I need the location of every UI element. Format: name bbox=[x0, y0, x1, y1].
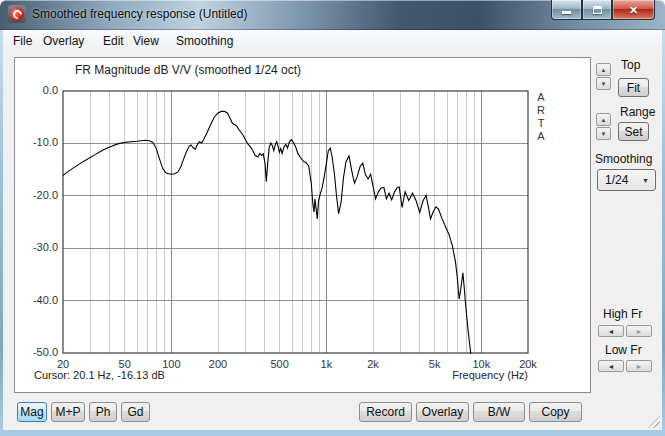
y-axis-tick-label: -40.0 bbox=[15, 294, 58, 306]
record-button[interactable]: Record bbox=[359, 402, 412, 422]
chevron-down-icon: ▼ bbox=[642, 177, 655, 184]
smoothing-value: 1/24 bbox=[598, 173, 642, 187]
arrow-up-icon: ▲ bbox=[601, 117, 607, 123]
low-fr-label: Low Fr bbox=[605, 343, 642, 357]
close-button[interactable]: ✕ bbox=[612, 0, 655, 20]
arrow-right-icon: ► bbox=[636, 328, 643, 335]
maximize-button[interactable] bbox=[582, 0, 612, 20]
low-fr-decrease-button[interactable]: ◄ bbox=[598, 360, 624, 372]
y-axis-tick-label: -50.0 bbox=[15, 346, 58, 358]
maximize-icon bbox=[593, 6, 602, 14]
minimize-button[interactable] bbox=[551, 0, 582, 20]
range-spinner: ▲ ▼ bbox=[596, 113, 611, 141]
mag-view-button[interactable]: Mag bbox=[17, 402, 47, 422]
top-spin-up-button[interactable]: ▲ bbox=[596, 63, 611, 76]
window-title: Smoothed frequency response (Untitled) bbox=[32, 0, 247, 30]
arta-watermark-letter: T bbox=[533, 117, 549, 130]
y-axis-tick-label: -10.0 bbox=[15, 136, 58, 148]
y-axis-tick-label: -20.0 bbox=[15, 189, 58, 201]
x-axis-tick-label: 500 bbox=[258, 358, 302, 370]
menu-smoothing[interactable]: Smoothing bbox=[173, 30, 236, 52]
fit-button[interactable]: Fit bbox=[618, 78, 649, 97]
menu-overlay[interactable]: Overlay bbox=[40, 30, 87, 52]
y-axis-tick-label: 0.0 bbox=[15, 84, 58, 96]
x-axis-title: Frequency (Hz) bbox=[388, 369, 528, 381]
arrow-left-icon: ◄ bbox=[608, 328, 615, 335]
menubar: File Overlay Edit View Smoothing bbox=[3, 30, 662, 52]
high-fr-decrease-button[interactable]: ◄ bbox=[598, 325, 624, 337]
top-spin-down-button[interactable]: ▼ bbox=[596, 77, 611, 90]
top-spinner: ▲ ▼ bbox=[596, 63, 611, 91]
arrow-left-icon: ◄ bbox=[608, 363, 615, 370]
arta-watermark-letter: A bbox=[533, 130, 549, 143]
chart-panel: FR Magnitude dB V/V (smoothed 1/24 oct) … bbox=[14, 57, 591, 393]
arta-watermark-letter: A bbox=[533, 91, 549, 104]
top-label: Top bbox=[621, 58, 640, 72]
resize-grip[interactable] bbox=[647, 415, 660, 428]
m-plus-p-view-button[interactable]: M+P bbox=[51, 402, 85, 422]
bw-button[interactable]: B/W bbox=[473, 402, 525, 422]
client-area: File Overlay Edit View Smoothing FR Magn… bbox=[3, 30, 662, 430]
low-fr-increase-button[interactable]: ► bbox=[626, 360, 652, 372]
arta-watermark-letter: R bbox=[533, 104, 549, 117]
minimize-icon bbox=[562, 11, 571, 14]
close-icon: ✕ bbox=[629, 1, 638, 19]
y-axis-tick-label: -30.0 bbox=[15, 241, 58, 253]
titlebar[interactable]: Smoothed frequency response (Untitled) ✕ bbox=[0, 0, 665, 30]
x-axis-tick-label: 200 bbox=[196, 358, 240, 370]
set-button[interactable]: Set bbox=[618, 122, 649, 141]
arta-watermark: ARTA bbox=[533, 91, 549, 143]
menu-edit[interactable]: Edit bbox=[100, 30, 127, 52]
chart-title: FR Magnitude dB V/V (smoothed 1/24 oct) bbox=[75, 63, 301, 77]
copy-button[interactable]: Copy bbox=[529, 402, 582, 422]
cursor-readout: Cursor: 20.1 Hz, -16.13 dB bbox=[34, 369, 165, 381]
high-fr-label: High Fr bbox=[603, 307, 642, 321]
menu-file[interactable]: File bbox=[10, 30, 35, 52]
range-spin-down-button[interactable]: ▼ bbox=[596, 127, 611, 140]
arrow-down-icon: ▼ bbox=[601, 81, 607, 87]
x-axis-tick-label: 1k bbox=[304, 358, 348, 370]
arrow-down-icon: ▼ bbox=[601, 131, 607, 137]
range-label: Range bbox=[620, 105, 655, 119]
window-controls: ✕ bbox=[551, 0, 655, 20]
arrow-up-icon: ▲ bbox=[601, 67, 607, 73]
frequency-response-plot[interactable] bbox=[62, 90, 529, 354]
range-spin-up-button[interactable]: ▲ bbox=[596, 113, 611, 126]
smoothing-dropdown[interactable]: 1/24 ▼ bbox=[597, 169, 656, 191]
overlay-button[interactable]: Overlay bbox=[416, 402, 469, 422]
arrow-right-icon: ► bbox=[636, 363, 643, 370]
smoothing-label: Smoothing bbox=[595, 152, 652, 166]
arta-logo-icon bbox=[8, 5, 26, 23]
high-fr-increase-button[interactable]: ► bbox=[626, 325, 652, 337]
gd-view-button[interactable]: Gd bbox=[121, 402, 150, 422]
app-window: Smoothed frequency response (Untitled) ✕… bbox=[0, 0, 665, 436]
menu-view[interactable]: View bbox=[130, 30, 162, 52]
ph-view-button[interactable]: Ph bbox=[89, 402, 117, 422]
